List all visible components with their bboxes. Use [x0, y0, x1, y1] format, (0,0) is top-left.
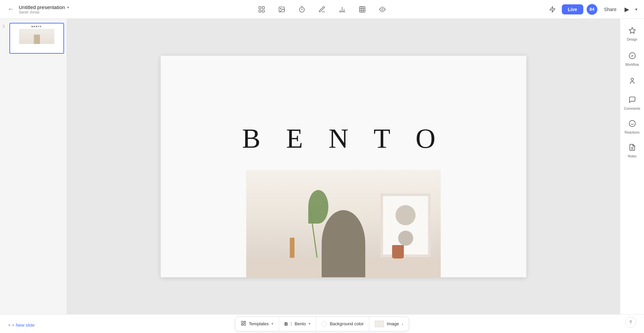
new-slide-button[interactable]: + + New slide [5, 321, 37, 330]
main-area: 1 BENTO B E N T O [0, 19, 644, 314]
share-button[interactable]: Share [601, 5, 620, 14]
design-icon [629, 27, 636, 36]
bottom-bar: + + New slide Templates ▾ B ⁝ Bento ▾ Ba… [0, 314, 644, 333]
bento-label: Bento [294, 321, 306, 326]
sidebar-item-design[interactable]: Design [622, 24, 643, 44]
sidebar-item-contacts[interactable] [622, 75, 643, 89]
slide-main-title: B E N T O [161, 123, 526, 154]
slide-thumb-image [19, 29, 55, 44]
notes-icon [629, 144, 636, 153]
frame-circle-2 [398, 231, 413, 246]
pen-button[interactable] [316, 3, 328, 15]
topbar-right: Live 84 Share ▶ ▾ [545, 3, 639, 15]
topbar-left: ← Untitled presentation ▾ Sarah Jonas [5, 4, 99, 15]
slide-thumbnail[interactable]: BENTO [9, 23, 64, 54]
bottom-toolbar: Templates ▾ B ⁝ Bento ▾ Background color… [235, 317, 409, 331]
reactions-icon [629, 120, 636, 129]
svg-point-21 [629, 121, 635, 127]
comments-label: Comments [624, 107, 640, 110]
avatar[interactable]: 84 [587, 4, 597, 15]
table-button[interactable] [356, 3, 368, 15]
insert-image-button[interactable] [276, 3, 288, 15]
slide-item-1[interactable]: 1 BENTO [3, 23, 64, 54]
chair-back [322, 210, 365, 277]
templates-icon [241, 321, 246, 327]
slide-image-area [246, 170, 441, 277]
new-slide-label: + New slide [12, 323, 35, 328]
help-button[interactable]: ? [625, 317, 636, 328]
right-sidebar: Design Workflow [620, 19, 644, 314]
workflow-icon [629, 52, 636, 61]
workflow-label: Workflow [625, 63, 639, 66]
svg-rect-28 [244, 323, 246, 325]
svg-marker-18 [550, 6, 555, 12]
svg-rect-29 [241, 324, 243, 325]
svg-rect-0 [259, 6, 261, 8]
sidebar-item-comments[interactable]: Comments [622, 93, 643, 113]
image-preview-icon [375, 321, 384, 327]
bento-dots-icon: ⁝ [290, 321, 292, 327]
templates-button[interactable]: Templates ▾ [235, 317, 279, 331]
embed-button[interactable] [376, 3, 388, 15]
bento-chevron-icon: ▾ [309, 322, 311, 326]
bento-button[interactable]: B ⁝ Bento ▾ [279, 317, 316, 331]
background-color-label: Background color [330, 321, 364, 326]
svg-rect-27 [244, 321, 246, 322]
insert-frame-button[interactable] [256, 3, 268, 15]
lightning-button[interactable] [546, 3, 558, 15]
sidebar-item-reactions[interactable]: Reactions [622, 117, 643, 137]
presentation-title: Untitled presentation [19, 4, 65, 10]
frame-circle-1 [395, 205, 416, 225]
comments-icon [629, 96, 636, 105]
image-button[interactable]: Image › [369, 317, 409, 331]
svg-rect-26 [241, 321, 243, 323]
svg-rect-17 [381, 6, 383, 12]
title-chevron-icon: ▾ [67, 5, 69, 10]
notes-label: Notes [628, 154, 636, 158]
color-swatch-icon [322, 321, 327, 327]
templates-chevron-icon: ▾ [271, 322, 273, 326]
topbar: ← Untitled presentation ▾ Sarah Jonas [0, 0, 644, 19]
sidebar-item-workflow[interactable]: Workflow [622, 49, 643, 69]
slide-canvas: B E N T O [161, 56, 526, 277]
image-chevron-icon: › [402, 321, 404, 327]
title-block: Untitled presentation ▾ Sarah Jonas [19, 4, 69, 14]
timer-button[interactable] [296, 3, 308, 15]
candle-decoration [290, 238, 294, 258]
live-button[interactable]: Live [562, 4, 583, 14]
reactions-label: Reactions [625, 131, 639, 134]
image-label: Image [387, 321, 399, 326]
person-icon [629, 77, 636, 87]
title-row[interactable]: Untitled presentation ▾ [19, 4, 69, 10]
wall-frame [380, 193, 431, 257]
author-name: Sarah Jonas [19, 10, 69, 14]
design-label: Design [627, 38, 637, 41]
play-chevron-icon[interactable]: ▾ [634, 6, 639, 13]
play-button[interactable]: ▶ [623, 4, 631, 14]
new-slide-plus-icon: + [8, 323, 11, 328]
svg-point-5 [280, 8, 281, 9]
back-button[interactable]: ← [5, 4, 16, 15]
chart-button[interactable] [336, 3, 348, 15]
canvas-area[interactable]: B E N T O [67, 19, 620, 314]
svg-rect-1 [262, 6, 264, 8]
svg-rect-12 [360, 6, 365, 12]
svg-point-20 [631, 78, 633, 81]
templates-label: Templates [249, 321, 269, 326]
small-plant-pot [392, 245, 404, 258]
topbar-center [102, 3, 542, 15]
sidebar-item-notes[interactable]: Notes [622, 141, 643, 161]
svg-rect-3 [262, 10, 264, 12]
slide-thumb-title: BENTO [32, 26, 42, 28]
svg-rect-2 [259, 10, 261, 12]
bento-bold-icon: B [284, 321, 288, 327]
background-color-button[interactable]: Background color [316, 317, 369, 331]
slide-panel: 1 BENTO [0, 19, 67, 314]
slide-number: 1 [3, 24, 7, 28]
help-icon: ? [629, 320, 632, 325]
